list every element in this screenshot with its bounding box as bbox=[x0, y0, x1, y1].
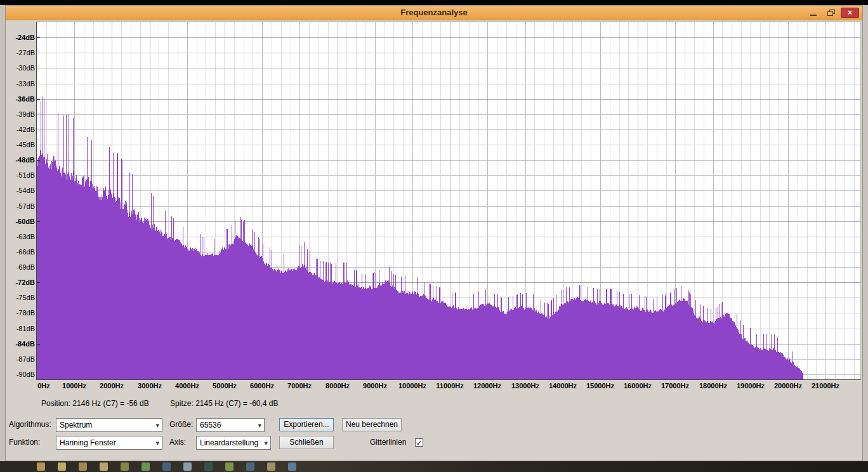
peak-readout: Spitze: 2145 Hz (C7) = -60,4 dB bbox=[170, 399, 278, 408]
size-label: Größe: bbox=[169, 418, 193, 431]
y-tick-label: -72dB bbox=[7, 279, 35, 286]
x-tick-label: 16000Hz bbox=[616, 382, 659, 390]
x-tick-label: 1000Hz bbox=[53, 382, 96, 390]
axis-select[interactable]: Lineardarstellung ▾ bbox=[196, 436, 271, 450]
y-tick-label: -78dB bbox=[7, 309, 35, 317]
algorithm-value: Spektrum bbox=[60, 421, 92, 429]
cursor-position-readout: Position: 2146 Hz (C7) = -56 dB bbox=[41, 399, 149, 408]
status-bar: Position: 2146 Hz (C7) = -56 dB Spitze: … bbox=[41, 399, 298, 408]
desktop-icon[interactable] bbox=[121, 462, 129, 471]
size-select[interactable]: 65536 ▾ bbox=[196, 418, 265, 432]
function-label: Funktion: bbox=[9, 436, 40, 449]
y-tick-label: -48dB bbox=[7, 156, 35, 164]
desktop-icon[interactable] bbox=[225, 462, 233, 471]
x-tick-label: 12000Hz bbox=[466, 382, 509, 390]
desktop-icon[interactable] bbox=[37, 462, 45, 471]
spectrum-plot[interactable] bbox=[36, 22, 861, 380]
x-tick-label: 20000Hz bbox=[766, 382, 810, 390]
y-tick-label: -39dB bbox=[7, 110, 35, 118]
desktop-icon[interactable] bbox=[183, 462, 192, 471]
desktop-icon[interactable] bbox=[79, 462, 87, 471]
y-tick-label: -81dB bbox=[7, 325, 35, 332]
desktop-strip bbox=[0, 461, 868, 472]
close-dialog-button[interactable]: Schließen bbox=[279, 436, 334, 449]
function-value: Hanning Fenster bbox=[60, 438, 116, 447]
chevron-down-icon: ▾ bbox=[155, 419, 159, 431]
x-tick-label: 15000Hz bbox=[579, 382, 622, 390]
window-title: Frequenzanalyse bbox=[6, 8, 862, 17]
x-tick-label: 8000Hz bbox=[316, 382, 359, 390]
x-axis: 0Hz1000Hz2000Hz3000Hz4000Hz5000Hz6000Hz7… bbox=[36, 381, 862, 391]
desktop-icon[interactable] bbox=[288, 462, 296, 471]
titlebar[interactable]: Frequenzanalyse × bbox=[6, 6, 862, 20]
algorithm-select[interactable]: Spektrum ▾ bbox=[56, 418, 162, 432]
x-tick-label: 17000Hz bbox=[654, 382, 697, 390]
restore-button[interactable] bbox=[823, 8, 839, 18]
x-tick-label: 2000Hz bbox=[90, 382, 133, 390]
y-tick-label: -66dB bbox=[7, 248, 35, 256]
gridlines-checkbox[interactable]: ✓ bbox=[415, 438, 423, 447]
x-tick-label: 10000Hz bbox=[391, 382, 434, 390]
y-tick-label: -33dB bbox=[7, 80, 35, 88]
y-tick-label: -27dB bbox=[7, 49, 35, 56]
desktop-icon[interactable] bbox=[100, 462, 108, 471]
x-tick-label: 6000Hz bbox=[240, 382, 284, 390]
desktop-icon[interactable] bbox=[58, 462, 66, 471]
frequency-analysis-window: Frequenzanalyse × -24dB-27dB-30dB-33dB-3… bbox=[5, 5, 863, 461]
desktop-icon[interactable] bbox=[141, 462, 150, 471]
check-icon: ✓ bbox=[416, 439, 422, 447]
y-tick-label: -42dB bbox=[7, 126, 35, 133]
y-tick-label: -45dB bbox=[7, 141, 35, 148]
desktop-icon[interactable] bbox=[204, 462, 213, 471]
y-tick-label: -90dB bbox=[7, 370, 35, 378]
x-tick-label: 11000Hz bbox=[428, 382, 471, 390]
desktop-icon[interactable] bbox=[267, 462, 275, 471]
minimize-icon bbox=[810, 15, 817, 16]
close-window-button[interactable]: × bbox=[841, 8, 859, 18]
y-tick-label: -54dB bbox=[7, 187, 35, 194]
x-tick-label: 4000Hz bbox=[166, 382, 209, 390]
y-tick-label: -63dB bbox=[7, 233, 35, 240]
axis-label: Axis: bbox=[169, 436, 186, 449]
background-top-strip bbox=[0, 0, 868, 5]
y-axis: -24dB-27dB-30dB-33dB-36dB-39dB-42dB-45dB… bbox=[7, 22, 35, 381]
x-tick-label: 7000Hz bbox=[278, 382, 321, 390]
gridlines-label: Gitterlinien bbox=[370, 436, 406, 449]
axis-value: Lineardarstellung bbox=[200, 438, 258, 447]
chevron-down-icon: ▾ bbox=[258, 419, 261, 431]
y-tick-label: -24dB bbox=[7, 34, 35, 41]
y-tick-label: -69dB bbox=[7, 263, 35, 271]
y-tick-label: -36dB bbox=[7, 95, 35, 103]
y-tick-label: -87dB bbox=[7, 355, 35, 363]
function-select[interactable]: Hanning Fenster ▾ bbox=[56, 436, 162, 450]
y-tick-label: -51dB bbox=[7, 171, 35, 179]
size-value: 65536 bbox=[200, 421, 221, 429]
x-tick-label: 14000Hz bbox=[541, 382, 584, 390]
export-button[interactable]: Exportieren... bbox=[279, 418, 334, 431]
x-tick-label: 3000Hz bbox=[128, 382, 171, 390]
y-tick-label: -60dB bbox=[7, 218, 35, 225]
y-tick-label: -75dB bbox=[7, 294, 35, 301]
y-tick-label: -30dB bbox=[7, 64, 35, 72]
chevron-down-icon: ▾ bbox=[155, 436, 159, 449]
chevron-down-icon: ▾ bbox=[264, 436, 268, 449]
x-tick-label: 21000Hz bbox=[804, 382, 847, 390]
x-tick-label: 19000Hz bbox=[729, 382, 772, 390]
x-tick-label: 5000Hz bbox=[203, 382, 246, 390]
minimize-button[interactable] bbox=[805, 8, 822, 18]
algorithm-label: Algorithmus: bbox=[9, 418, 51, 431]
recalculate-button[interactable]: Neu berechnen bbox=[342, 418, 402, 431]
y-tick-label: -57dB bbox=[7, 202, 35, 210]
x-tick-label: 9000Hz bbox=[353, 382, 397, 390]
desktop-icon[interactable] bbox=[246, 462, 254, 471]
x-tick-label: 18000Hz bbox=[692, 382, 735, 390]
y-tick-label: -84dB bbox=[7, 340, 35, 348]
desktop-icon[interactable] bbox=[162, 462, 171, 471]
spectrum-canvas[interactable] bbox=[37, 22, 860, 379]
x-tick-label: 13000Hz bbox=[504, 382, 547, 390]
